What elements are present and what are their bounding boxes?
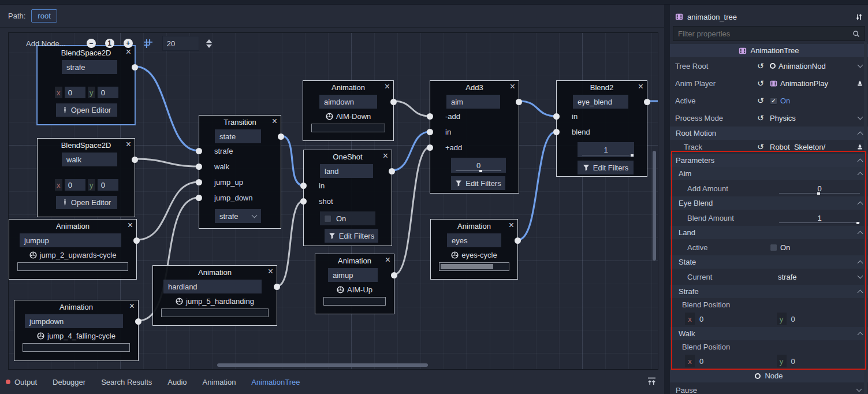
node-name-field[interactable]: hardland bbox=[163, 280, 262, 293]
node-title[interactable]: Animation× bbox=[14, 300, 138, 313]
animation-progress[interactable] bbox=[23, 343, 130, 352]
animation-progress[interactable] bbox=[17, 262, 128, 271]
tab-search-results[interactable]: Search Results bbox=[101, 378, 152, 386]
output-port[interactable] bbox=[133, 237, 140, 244]
node-title[interactable]: Animation× bbox=[315, 254, 394, 267]
object-tools-icon[interactable] bbox=[855, 13, 863, 21]
node-name-field[interactable]: state bbox=[215, 129, 261, 143]
node-animation-eyes[interactable]: Animation× eyes eyes-cycle bbox=[430, 219, 518, 280]
section-aim[interactable]: Aim bbox=[670, 167, 868, 180]
node-blendspace2d-walk[interactable]: BlendSpace2D× walk x 0 y 0 Open Editor bbox=[37, 138, 135, 217]
node-animation-jumpdown[interactable]: Animation× jumpdown jump_4_falling-cycle bbox=[14, 300, 139, 361]
output-port[interactable] bbox=[515, 237, 521, 244]
x-value-field[interactable]: 0 bbox=[65, 87, 85, 98]
edit-filters-button[interactable]: Edit Filters bbox=[578, 161, 634, 174]
open-editor-button[interactable]: Open Editor bbox=[56, 103, 117, 117]
snap-step-spinbox[interactable] bbox=[162, 36, 199, 51]
tab-animation[interactable]: Animation bbox=[203, 378, 236, 386]
node-title[interactable]: OneShot× bbox=[304, 150, 392, 163]
close-icon[interactable]: × bbox=[129, 300, 135, 312]
strafe-x-field[interactable]: x0 bbox=[685, 313, 777, 325]
revert-icon[interactable]: ↺ bbox=[757, 79, 770, 88]
x-value-field[interactable]: 0 bbox=[65, 179, 85, 191]
node-name-field[interactable]: aimup bbox=[328, 268, 378, 282]
path-root-button[interactable]: root bbox=[31, 9, 57, 23]
checkbox-checked-icon[interactable]: ✓ bbox=[770, 97, 777, 105]
node-animation-hardland[interactable]: Animation× hardland jump_5_hardlanding bbox=[152, 265, 277, 326]
node-blend2-eye-blend[interactable]: Blend2× eye_blend in blend 1 Edit Filter… bbox=[556, 80, 647, 177]
animation-progress[interactable] bbox=[323, 297, 386, 306]
node-title[interactable]: Animation× bbox=[431, 220, 517, 232]
filter-properties-input[interactable] bbox=[678, 29, 852, 38]
active-checkbox[interactable]: ✓On bbox=[770, 96, 868, 105]
close-icon[interactable]: × bbox=[383, 150, 388, 162]
section-parameters[interactable]: Parameters bbox=[670, 154, 868, 167]
tab-debugger[interactable]: Debugger bbox=[53, 378, 85, 386]
snap-grid-icon[interactable] bbox=[143, 39, 153, 49]
node-name-field[interactable]: jumpdown bbox=[25, 314, 123, 328]
edit-filters-button[interactable]: Edit Filters bbox=[451, 176, 505, 190]
add-amount-slider[interactable]: 0 bbox=[451, 158, 506, 173]
open-editor-button[interactable]: Open Editor bbox=[56, 196, 117, 209]
section-land[interactable]: Land bbox=[670, 226, 868, 239]
input-port-blend[interactable] bbox=[553, 129, 560, 135]
output-port[interactable] bbox=[274, 284, 280, 290]
spin-down-icon[interactable] bbox=[206, 44, 212, 48]
edit-filters-button[interactable]: Edit Filters bbox=[325, 229, 378, 243]
close-icon[interactable]: × bbox=[385, 81, 390, 92]
node-animation-aimdown[interactable]: Animation× aimdown AIM-Down bbox=[303, 80, 394, 141]
node-name-field[interactable]: land bbox=[320, 164, 373, 178]
node-add3-aim[interactable]: Add3× aim -add in +add 0 Edit Filters bbox=[430, 80, 519, 194]
spin-up-icon[interactable] bbox=[206, 39, 212, 43]
node-name-field[interactable]: walk bbox=[62, 153, 117, 166]
output-port[interactable] bbox=[516, 99, 522, 105]
output-port[interactable] bbox=[132, 157, 138, 163]
node-title[interactable]: BlendSpace2D× bbox=[38, 46, 135, 59]
land-active-checkbox[interactable]: On bbox=[770, 243, 868, 252]
revert-icon[interactable]: ↺ bbox=[757, 113, 770, 122]
node-name-field[interactable]: strafe bbox=[62, 60, 117, 74]
node-transition-state[interactable]: Transition× state strafe walk jump_up ju… bbox=[199, 115, 281, 229]
zoom-reset-button[interactable]: 1 bbox=[105, 39, 114, 48]
graph-horizontal-scrollbar[interactable] bbox=[217, 363, 428, 367]
blend-amount-slider[interactable]: 1 bbox=[779, 210, 860, 225]
y-value-field[interactable]: 0 bbox=[98, 87, 118, 98]
close-icon[interactable]: × bbox=[126, 139, 131, 150]
input-port-jump-down[interactable] bbox=[196, 195, 202, 201]
current-state-dropdown[interactable]: strafe bbox=[770, 273, 868, 281]
node-name-field[interactable]: aimdown bbox=[319, 95, 377, 109]
animation-progress[interactable] bbox=[161, 308, 269, 317]
oneshot-active-toggle[interactable]: On bbox=[320, 211, 375, 225]
node-oneshot-land[interactable]: OneShot× land in shot On Edit Filters bbox=[303, 150, 392, 246]
close-icon[interactable]: × bbox=[126, 46, 131, 58]
graph-vertical-scrollbar[interactable] bbox=[653, 151, 656, 261]
tab-animationtree[interactable]: AnimationTree bbox=[251, 378, 300, 386]
input-port-in[interactable] bbox=[427, 129, 433, 135]
node-title[interactable]: Transition× bbox=[199, 116, 281, 128]
node-title[interactable]: Add3× bbox=[430, 81, 519, 94]
section-root-motion[interactable]: Root Motion bbox=[670, 127, 868, 140]
revert-icon[interactable]: ↺ bbox=[757, 96, 770, 105]
node-animation-jumpup[interactable]: Animation× jumpup jump_2_upwards-cycle bbox=[9, 219, 137, 280]
section-state[interactable]: State bbox=[670, 255, 868, 269]
tab-audio[interactable]: Audio bbox=[167, 378, 187, 386]
node-animation-aimup[interactable]: Animation× aimup AIM-Up bbox=[315, 254, 394, 314]
input-port-jump-up[interactable] bbox=[196, 179, 202, 185]
inspector-scrollbar[interactable] bbox=[864, 42, 867, 394]
strafe-y-field[interactable]: y0 bbox=[777, 313, 868, 325]
close-icon[interactable]: × bbox=[272, 116, 277, 127]
tab-output[interactable]: Output bbox=[6, 378, 37, 386]
node-title[interactable]: Animation× bbox=[303, 81, 393, 94]
zoom-in-button[interactable]: + bbox=[124, 39, 133, 48]
output-port[interactable] bbox=[390, 99, 397, 105]
close-icon[interactable]: × bbox=[638, 81, 643, 92]
revert-icon[interactable]: ↺ bbox=[757, 61, 770, 70]
input-port-strafe[interactable] bbox=[196, 148, 202, 154]
animation-progress[interactable] bbox=[311, 124, 385, 132]
walk-x-field[interactable]: x0 bbox=[685, 355, 777, 367]
snap-step-updown[interactable] bbox=[206, 39, 212, 48]
node-title[interactable]: Animation× bbox=[9, 220, 136, 232]
snap-step-input[interactable] bbox=[167, 39, 184, 48]
track-value[interactable]: Robot_Skeleton/ bbox=[770, 143, 868, 151]
output-port[interactable] bbox=[132, 64, 138, 70]
